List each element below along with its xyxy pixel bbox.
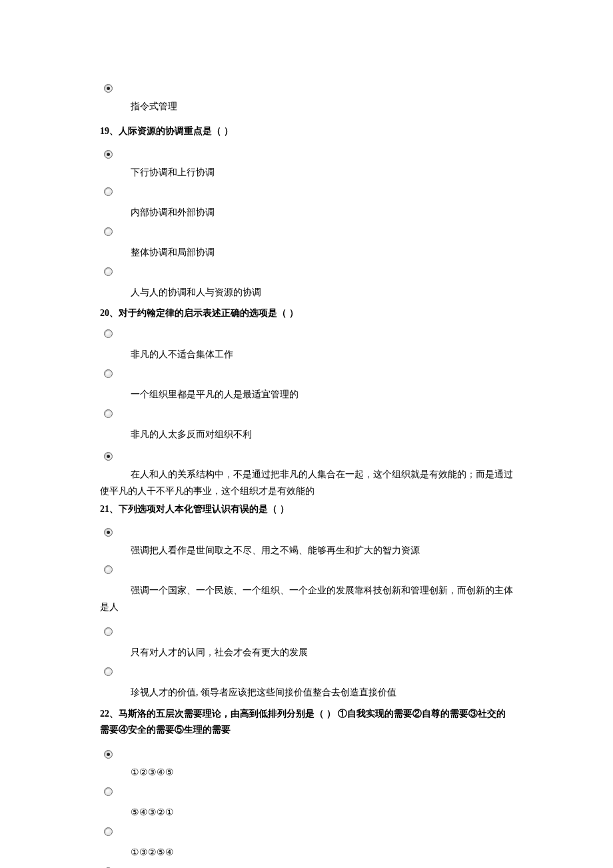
option-text: 非凡的人不适合集体工作 <box>131 347 513 361</box>
option-text: ①②③④⑤ <box>131 765 513 779</box>
q19-option-4: 人与人的协调和人与资源的协调 <box>100 266 513 299</box>
option-text: 强调一个国家、一个民族、一个组织、一个企业的发展靠科技创新和管理创新，而创新的主… <box>131 583 513 597</box>
q22-option-2: ⑤④③②① <box>100 786 513 819</box>
option-text: 珍视人才的价值, 领导者应该把这些间接价值整合去创造直接价值 <box>131 685 513 699</box>
q21-option-2-cont: 是人 <box>100 600 513 614</box>
q21-option-1: 强调把人看作是世间取之不尽、用之不竭、能够再生和扩大的智力资源 <box>100 524 513 557</box>
q21-option-4: 珍视人才的价值, 领导者应该把这些间接价值整合去创造直接价值 <box>100 666 513 699</box>
q21-option-3: 只有对人才的认同，社会才会有更大的发展 <box>100 626 513 659</box>
radio-icon[interactable] <box>104 84 113 93</box>
option-text: 一个组织里都是平凡的人是最适宜管理的 <box>131 387 513 401</box>
option-text: 非凡的人太多反而对组织不利 <box>131 427 513 441</box>
q22-option-3: ①③②⑤④ <box>100 826 513 859</box>
q20-option-3: 非凡的人太多反而对组织不利 <box>100 408 513 441</box>
q22-stem: 22、马斯洛的五层次需要理论，由高到低排列分别是（ ） ①自我实现的需要②自尊的… <box>100 706 513 738</box>
option-text: 在人和人的关系结构中，不是通过把非凡的人集合在一起，这个组织就是有效能的；而是通… <box>131 467 513 481</box>
q18-option-1: 指令式管理 <box>100 80 513 113</box>
radio-icon[interactable] <box>104 369 113 378</box>
q19-stem: 19、人际资源的协调重点是（ ） <box>100 124 513 138</box>
radio-icon[interactable] <box>104 667 113 676</box>
radio-icon[interactable] <box>104 565 113 574</box>
radio-icon[interactable] <box>104 409 113 418</box>
q20-stem: 20、对于约翰定律的启示表述正确的选项是（ ） <box>100 306 513 320</box>
option-text: 内部协调和外部协调 <box>131 205 513 219</box>
q20-option-2: 一个组织里都是平凡的人是最适宜管理的 <box>100 368 513 401</box>
radio-icon[interactable] <box>104 627 113 636</box>
option-text: 整体协调和局部协调 <box>131 245 513 259</box>
option-text: 下行协调和上行协调 <box>131 165 513 179</box>
radio-icon[interactable] <box>104 827 113 836</box>
q22-option-4: ⑤②④③① <box>100 866 513 868</box>
radio-icon[interactable] <box>104 329 113 338</box>
radio-icon[interactable] <box>104 267 113 276</box>
option-text: ⑤④③②① <box>131 805 513 819</box>
option-text: 人与人的协调和人与资源的协调 <box>131 285 513 299</box>
radio-icon[interactable] <box>104 528 113 537</box>
radio-icon[interactable] <box>104 750 113 759</box>
q20-option-1: 非凡的人不适合集体工作 <box>100 328 513 361</box>
radio-icon[interactable] <box>104 150 113 159</box>
q22-option-1: ①②③④⑤ <box>100 746 513 779</box>
option-text: 指令式管理 <box>131 99 513 113</box>
radio-icon[interactable] <box>104 787 113 796</box>
option-text: 只有对人才的认同，社会才会有更大的发展 <box>131 645 513 659</box>
radio-icon[interactable] <box>104 187 113 196</box>
option-text: ①③②⑤④ <box>131 845 513 859</box>
q19-option-3: 整体协调和局部协调 <box>100 226 513 259</box>
radio-icon[interactable] <box>104 452 113 461</box>
option-text: 强调把人看作是世间取之不尽、用之不竭、能够再生和扩大的智力资源 <box>131 543 513 557</box>
radio-icon[interactable] <box>104 227 113 236</box>
q20-option-4: 在人和人的关系结构中，不是通过把非凡的人集合在一起，这个组织就是有效能的；而是通… <box>100 448 513 481</box>
q19-option-1: 下行协调和上行协调 <box>100 146 513 179</box>
q19-option-2: 内部协调和外部协调 <box>100 186 513 219</box>
q21-stem: 21、下列选项对人本化管理认识有误的是（ ） <box>100 502 513 516</box>
q20-option-4-cont: 使平凡的人干不平凡的事业，这个组织才是有效能的 <box>100 484 513 498</box>
q21-option-2: 强调一个国家、一个民族、一个组织、一个企业的发展靠科技创新和管理创新，而创新的主… <box>100 564 513 597</box>
